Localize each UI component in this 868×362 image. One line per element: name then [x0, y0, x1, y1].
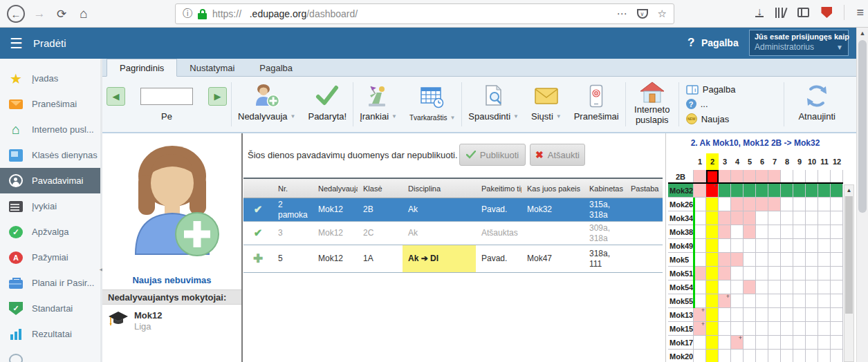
page-info-icon[interactable]: ⓘ — [183, 8, 192, 20]
grid-cell[interactable] — [806, 267, 818, 280]
grid-cell[interactable]: + — [731, 336, 744, 350]
grid-cell[interactable] — [719, 225, 731, 239]
grid-cell[interactable] — [744, 170, 756, 184]
grid-cell[interactable] — [806, 239, 818, 253]
grid-cell[interactable] — [744, 225, 756, 239]
grid-cell[interactable] — [806, 253, 818, 267]
grid-cell[interactable] — [781, 170, 793, 184]
sidebar-toggle-icon[interactable] — [797, 8, 809, 17]
scroll-up-arrow-icon[interactable]: ▲ — [844, 185, 853, 195]
grid-cell[interactable] — [793, 198, 806, 211]
grid-cell[interactable] — [719, 267, 731, 280]
grid-cell[interactable] — [694, 253, 706, 267]
cancel-button[interactable]: ✖ Atšaukti — [530, 144, 585, 166]
app-menu-icon[interactable]: ☰ — [10, 35, 23, 52]
grid-cell[interactable] — [793, 336, 806, 350]
grid-cell[interactable] — [768, 350, 781, 362]
table-row[interactable]: ✔3Mok122CAkAtšauktas309a, 318a — [243, 222, 663, 245]
grid-cell[interactable] — [706, 322, 719, 336]
grid-cell[interactable] — [831, 294, 843, 308]
grid-cell[interactable] — [781, 267, 793, 280]
grid-cell[interactable] — [719, 253, 731, 267]
grid-cell[interactable] — [818, 239, 831, 253]
timetable-scrollbar[interactable]: ▲ — [844, 184, 854, 362]
publish-button[interactable]: Publikuoti — [459, 144, 526, 166]
grid-cell[interactable] — [768, 336, 781, 350]
grid-cell[interactable] — [781, 253, 793, 267]
grid-cell[interactable] — [731, 308, 744, 322]
grid-cell[interactable] — [831, 350, 843, 362]
grid-cell[interactable] — [731, 280, 744, 294]
browser-back-button[interactable]: ← — [7, 5, 25, 23]
grid-cell[interactable] — [793, 239, 806, 253]
absent-button[interactable]: Nedalyvauja▼ — [232, 77, 302, 125]
sidebar-item-ap-valga[interactable]: ✓Apžvalga — [0, 219, 100, 245]
grid-cell[interactable] — [781, 350, 793, 362]
grid-cell[interactable] — [806, 184, 818, 198]
grid-cell[interactable] — [694, 170, 706, 184]
sidebar-item-rezultatai[interactable]: Rezultatai — [0, 321, 100, 347]
downloads-icon[interactable]: ↓ — [755, 8, 764, 17]
grid-cell[interactable] — [768, 267, 781, 280]
grid-cell[interactable] — [719, 350, 731, 362]
new-absence-avatar[interactable] — [120, 140, 224, 272]
grid-cell[interactable] — [706, 211, 719, 225]
grid-cell[interactable] — [719, 322, 731, 336]
grid-cell[interactable] — [806, 170, 818, 184]
grid-cell[interactable] — [731, 239, 744, 253]
date-input[interactable] — [140, 88, 193, 105]
adblock-shield-icon[interactable] — [821, 7, 832, 18]
grid-cell[interactable] — [768, 184, 781, 198]
grid-cell[interactable] — [781, 280, 793, 294]
grid-cell[interactable] — [756, 170, 768, 184]
grid-cell[interactable] — [744, 350, 756, 362]
tools-button[interactable]: Įrankiai▼ — [353, 77, 403, 125]
grid-cell[interactable] — [793, 170, 806, 184]
grid-cell[interactable] — [719, 308, 731, 322]
grid-cell[interactable] — [806, 211, 818, 225]
grid-cell[interactable] — [744, 211, 756, 225]
grid-cell[interactable] — [756, 308, 768, 322]
grid-cell[interactable] — [744, 322, 756, 336]
pocket-icon[interactable]: ∨ — [637, 9, 648, 19]
grid-cell[interactable] — [831, 267, 843, 280]
notifications-button[interactable]: Pranešimai — [568, 77, 625, 125]
grid-cell[interactable] — [781, 336, 793, 350]
grid-cell[interactable] — [768, 294, 781, 308]
grid-cell[interactable] — [768, 308, 781, 322]
grid-cell[interactable] — [768, 170, 781, 184]
grid-cell[interactable] — [818, 198, 831, 211]
grid-cell[interactable] — [694, 280, 706, 294]
grid-cell[interactable] — [818, 294, 831, 308]
grid-cell[interactable] — [831, 253, 843, 267]
grid-cell[interactable] — [818, 267, 831, 280]
absent-teacher-item[interactable]: Mok12 Liga — [108, 310, 162, 332]
url-bar[interactable]: ⓘ https:// .edupage.org/dashboard/ ⋯ ∨ ☆ — [175, 3, 674, 24]
grid-cell[interactable] — [756, 336, 768, 350]
sidebar-item-vadas[interactable]: ★Įvadas — [0, 66, 100, 91]
tab-pagalba[interactable]: Pagalba — [247, 59, 305, 76]
grid-cell[interactable] — [806, 294, 818, 308]
grid-cell[interactable] — [694, 225, 706, 239]
grid-cell[interactable] — [744, 336, 756, 350]
grid-cell[interactable] — [706, 336, 719, 350]
grid-cell[interactable] — [831, 322, 843, 336]
grid-cell[interactable] — [781, 322, 793, 336]
grid-cell[interactable] — [706, 198, 719, 211]
grid-cell[interactable] — [719, 239, 731, 253]
grid-cell[interactable] — [706, 294, 719, 308]
grid-cell[interactable] — [744, 239, 756, 253]
grid-cell[interactable] — [694, 239, 706, 253]
grid-cell[interactable] — [744, 253, 756, 267]
grid-cell[interactable] — [781, 211, 793, 225]
grid-cell[interactable] — [744, 184, 756, 198]
grid-cell[interactable] — [694, 294, 706, 308]
grid-cell[interactable] — [731, 198, 744, 211]
grid-cell[interactable] — [806, 308, 818, 322]
grid-cell[interactable] — [818, 225, 831, 239]
new-absence-label[interactable]: Naujas nebuvimas — [102, 275, 241, 285]
grid-cell[interactable] — [694, 198, 706, 211]
grid-cell[interactable] — [793, 280, 806, 294]
grid-cell[interactable] — [744, 308, 756, 322]
grid-cell[interactable] — [694, 267, 706, 280]
